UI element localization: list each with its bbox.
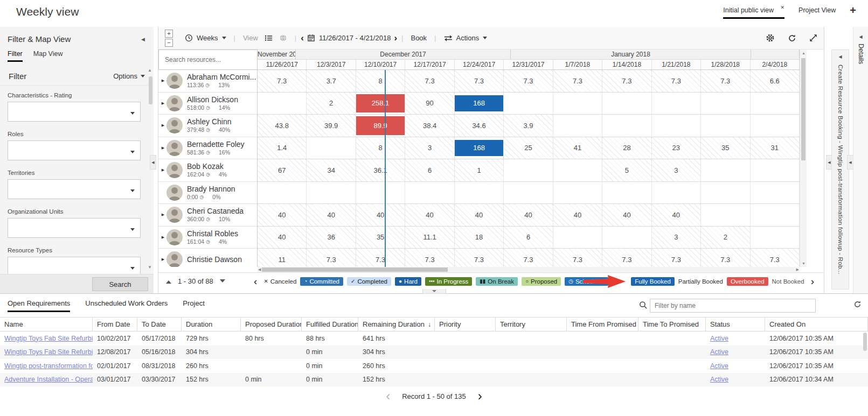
grid-cell[interactable]: 43.8 (258, 115, 307, 137)
grid-cell[interactable]: 7.3 (504, 249, 553, 267)
grid-cell[interactable]: 11.1 (405, 227, 454, 249)
grid-cell[interactable] (602, 227, 651, 249)
previous-range-button[interactable]: ‹ (301, 33, 304, 43)
grid-cell[interactable]: 7.3 (602, 249, 651, 267)
resource-row[interactable]: ▶Allison Dickson518:00◷14% (158, 93, 257, 115)
filter-dropdown-roles[interactable] (8, 140, 141, 160)
create-resource-booking-strip[interactable]: ◀ Create Resource Booking - Wingtip post… (831, 50, 849, 290)
grid-cell[interactable] (504, 93, 553, 115)
table-row[interactable]: Wingtip Toys Fab Site Refurbishme...12/0… (0, 346, 868, 359)
expander-icon[interactable]: ▶ (159, 213, 166, 217)
grid-cell[interactable]: 40 (455, 204, 504, 226)
grid-cell[interactable]: 39.9 (307, 115, 356, 137)
resource-row[interactable]: ▶Christie Dawson (158, 249, 257, 267)
grid-cell[interactable]: 7.3 (307, 249, 356, 267)
column-header-from-date[interactable]: From Date (93, 318, 137, 331)
close-tab-icon[interactable]: ✕ (781, 5, 785, 10)
overbooked-booking-block[interactable]: 89.9 (356, 116, 405, 135)
map-view-button[interactable] (279, 34, 287, 42)
status-link[interactable]: Active (710, 348, 728, 356)
vertical-scrollbar[interactable]: ▲ ▼ (800, 50, 807, 267)
grid-cell[interactable] (553, 159, 602, 181)
filter-by-name-input[interactable] (650, 299, 816, 313)
scrollbar-thumb[interactable] (262, 267, 448, 272)
grid-cell[interactable] (751, 93, 800, 115)
grid-cell[interactable]: 7.3 (504, 70, 553, 92)
scale-dropdown[interactable]: Weeks (185, 34, 226, 42)
grid-cell[interactable]: 18 (455, 227, 504, 249)
legend-scroll-right-icon[interactable]: › (811, 276, 814, 286)
column-header-remaining-duration[interactable]: Remaining Duration↓ (358, 318, 435, 331)
column-header-fulfilled-duration[interactable]: Fulfilled Duration (302, 318, 358, 331)
grid-cell[interactable] (307, 182, 356, 204)
grid-cell[interactable] (307, 137, 356, 159)
expander-icon[interactable]: ▶ (159, 168, 166, 172)
resource-row[interactable]: ▶Bernadette Foley581:36◷16% (158, 137, 257, 160)
grid-cell[interactable]: 40 (258, 227, 307, 249)
fully-booked-block[interactable]: 168 (455, 95, 503, 112)
grid-cell[interactable]: 35 (356, 227, 405, 249)
grid-cell[interactable]: 41 (553, 137, 602, 159)
grid-cell[interactable]: 7.3 (751, 249, 800, 267)
zoom-in-button[interactable]: + (165, 30, 173, 38)
table-scrollbar[interactable] (863, 333, 867, 351)
grid-cell[interactable]: 258.1 (356, 93, 405, 115)
table-row[interactable]: Adventure Installation - Operations...03… (0, 373, 868, 387)
column-header-duration[interactable]: Duration (182, 318, 241, 331)
grid-cell[interactable] (701, 159, 750, 181)
grid-cell[interactable] (751, 227, 800, 249)
expander-icon[interactable]: ▶ (159, 235, 166, 239)
grid-cell[interactable]: 5 (602, 159, 651, 181)
grid-cell[interactable]: 7.3 (258, 70, 307, 92)
scrollbar-thumb[interactable] (801, 58, 805, 160)
record-link[interactable]: Wingtip post-transformation follow... (4, 362, 93, 370)
resource-row[interactable]: ▶Christal Robles161:04◷4% (158, 227, 257, 249)
tab-open-requirements[interactable]: Open Requirements (8, 299, 70, 312)
resource-row[interactable]: Brady Hannon0:00◷0% (158, 182, 257, 205)
grid-cell[interactable]: 7.3 (405, 249, 454, 267)
grid-cell[interactable]: 36 (307, 227, 356, 249)
grid-cell[interactable]: 7.3 (701, 70, 750, 92)
scroll-up-icon[interactable]: ▲ (148, 68, 152, 73)
grid-cell[interactable]: 40 (553, 204, 602, 226)
grid-cell[interactable] (553, 93, 602, 115)
grid-cell[interactable] (602, 115, 651, 137)
record-link[interactable]: Wingtip Toys Fab Site Refurbishme... (4, 335, 93, 342)
sidebar-scrollbar[interactable] (149, 76, 152, 104)
scroll-down-icon[interactable]: ▼ (148, 265, 152, 270)
grid-cell[interactable]: 6 (405, 159, 454, 181)
grid-cell[interactable]: 31 (751, 137, 800, 159)
next-range-button[interactable]: › (394, 33, 397, 43)
grid-cell[interactable] (258, 182, 307, 204)
grid-cell[interactable] (652, 115, 701, 137)
grid-cell[interactable]: 2 (307, 93, 356, 115)
scroll-left-icon[interactable]: ◀ (258, 267, 261, 272)
grid-cell[interactable] (751, 182, 800, 204)
column-header-name[interactable]: Name (0, 318, 93, 331)
search-button[interactable]: Search (92, 277, 148, 291)
fullscreen-icon[interactable] (809, 34, 817, 42)
grid-cell[interactable]: 3.9 (504, 115, 553, 137)
expander-icon[interactable]: ▶ (159, 123, 166, 128)
grid-cell[interactable]: 34 (307, 159, 356, 181)
grid-cell[interactable]: 7.3 (553, 249, 602, 267)
column-header-status[interactable]: Status (706, 318, 765, 331)
resource-row[interactable]: ▶Bob Kozak162:04◷4% (158, 159, 257, 182)
previous-page-icon[interactable]: ‹ (386, 390, 390, 403)
grid-cell[interactable]: 40 (405, 204, 454, 226)
grid-cell[interactable]: 8 (356, 137, 405, 159)
grid-cell[interactable]: 89.9 (356, 115, 405, 137)
grid-cell[interactable]: 34.6 (455, 115, 504, 137)
grid-cell[interactable]: 7.3 (652, 249, 701, 267)
status-link[interactable]: Active (710, 362, 728, 370)
grid-cell[interactable]: 7.3 (356, 249, 405, 267)
grid-cell[interactable]: 38.4 (405, 115, 454, 137)
expander-icon[interactable]: ▶ (159, 257, 166, 262)
grid-cell[interactable]: 168 (455, 137, 504, 159)
column-header-proposed-duration[interactable]: Proposed Duration (241, 318, 302, 331)
grid-cell[interactable] (602, 93, 651, 115)
grid-cell[interactable] (553, 227, 602, 249)
column-header-to-date[interactable]: To Date (137, 318, 182, 331)
grid-cell[interactable] (701, 182, 750, 204)
grid-cell[interactable] (553, 115, 602, 137)
